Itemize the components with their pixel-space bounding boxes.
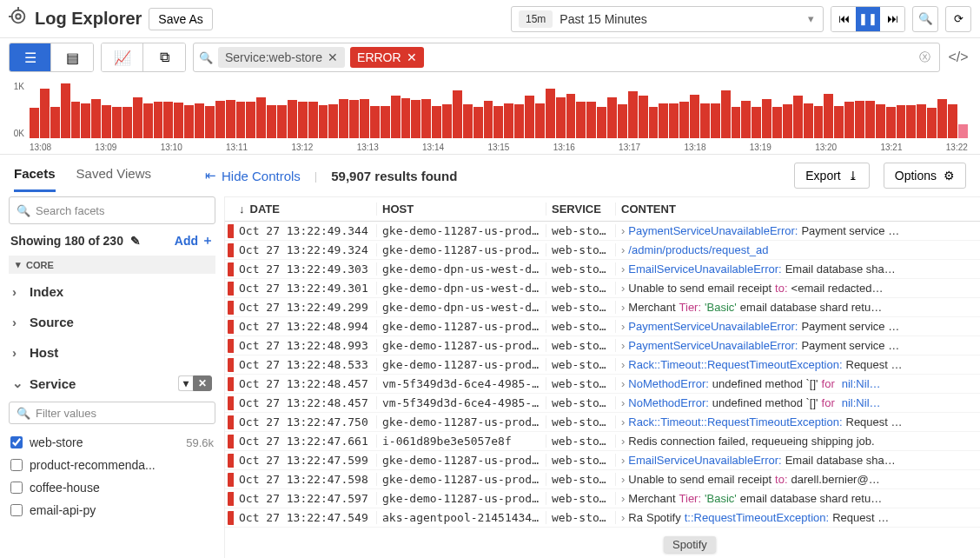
service-checkbox[interactable] — [10, 459, 23, 471]
histogram-bar[interactable] — [339, 99, 348, 139]
histogram-bar[interactable] — [442, 104, 452, 138]
histogram-bar[interactable] — [411, 100, 420, 138]
histogram-bar[interactable] — [762, 99, 771, 139]
column-header-service[interactable]: SERVICE — [546, 203, 616, 216]
service-row[interactable]: web-store59.6k — [9, 431, 215, 454]
histogram-bar[interactable] — [700, 103, 710, 138]
histogram-bar[interactable] — [917, 104, 926, 138]
histogram-bar[interactable] — [122, 107, 132, 138]
service-checkbox[interactable] — [10, 482, 23, 494]
chart-view-button[interactable]: 📈 — [102, 43, 143, 71]
histogram-bar[interactable] — [391, 96, 401, 138]
histogram-bar[interactable] — [793, 96, 803, 138]
forward-button[interactable]: ⏭ — [880, 7, 904, 31]
table-row[interactable]: Oct 27 13:22:47.598gke-demo-11287-us-pro… — [225, 470, 980, 489]
histogram-bar[interactable] — [886, 107, 896, 138]
histogram-bar[interactable] — [288, 100, 297, 138]
histogram-chart[interactable]: 1K 0K 13:0813:0913:1013:1113:1213:1313:1… — [0, 76, 980, 155]
histogram-bar[interactable] — [453, 90, 462, 138]
histogram-bar[interactable] — [659, 103, 668, 138]
histogram-bar[interactable] — [906, 105, 916, 138]
histogram-bar[interactable] — [308, 102, 318, 138]
table-row[interactable]: Oct 27 13:22:49.301gke-demo-dpn-us-west-… — [225, 279, 980, 298]
histogram-bar[interactable] — [349, 100, 359, 138]
table-row[interactable]: Oct 27 13:22:48.533gke-demo-11287-us-pro… — [225, 355, 980, 375]
histogram-bar[interactable] — [277, 105, 287, 138]
histogram-bar[interactable] — [844, 102, 854, 138]
table-row[interactable]: Oct 27 13:22:48.457vm-5f349d3d-6ce4-4985… — [225, 394, 980, 413]
save-as-button[interactable]: Save As — [149, 8, 212, 30]
histogram-bar[interactable] — [360, 99, 369, 139]
histogram-bar[interactable] — [30, 108, 39, 138]
facet-service[interactable]: ⌄ Service ▾ ✕ — [9, 370, 215, 396]
histogram-bar[interactable] — [328, 104, 338, 138]
table-row[interactable]: Oct 27 13:22:49.344gke-demo-11287-us-pro… — [225, 222, 980, 241]
pause-button[interactable]: ❚❚ — [856, 7, 880, 31]
expand-icon[interactable]: › — [621, 473, 625, 486]
expand-icon[interactable]: › — [621, 301, 625, 314]
refresh-button[interactable]: ⟳ — [945, 6, 971, 32]
histogram-bar[interactable] — [401, 98, 411, 138]
histogram-bar[interactable] — [628, 91, 638, 138]
column-header-date[interactable]: ↓DATE — [234, 203, 377, 216]
export-button[interactable]: Export ⤓ — [794, 163, 869, 189]
histogram-bar[interactable] — [679, 102, 689, 138]
histogram-bar[interactable] — [752, 107, 761, 138]
expand-icon[interactable]: › — [621, 377, 625, 390]
tab-saved-views[interactable]: Saved Views — [76, 159, 151, 192]
histogram-bar[interactable] — [649, 107, 659, 138]
histogram-bar[interactable] — [256, 97, 266, 138]
histogram-bar[interactable] — [876, 104, 885, 138]
histogram-bar[interactable] — [525, 96, 534, 138]
histogram-bar[interactable] — [566, 94, 576, 138]
rewind-button[interactable]: ⏮ — [831, 7, 856, 31]
histogram-bar[interactable] — [133, 97, 142, 138]
histogram-bar[interactable] — [535, 103, 545, 138]
histogram-bar[interactable] — [514, 104, 524, 138]
histogram-bar[interactable] — [865, 101, 875, 138]
histogram-bar[interactable] — [546, 89, 555, 138]
histogram-bar[interactable] — [927, 108, 937, 138]
filter-chip-error[interactable]: ERROR ✕ — [350, 47, 424, 68]
histogram-bar[interactable] — [690, 95, 699, 138]
histogram-bar[interactable] — [91, 99, 101, 139]
histogram-bar[interactable] — [40, 89, 50, 138]
histogram-bar[interactable] — [370, 106, 380, 138]
time-range-picker[interactable]: 15m Past 15 Minutes ▾ — [511, 6, 824, 32]
expand-icon[interactable]: › — [621, 396, 625, 409]
expand-icon[interactable]: › — [621, 415, 625, 428]
filter-icon[interactable]: ▾ — [178, 375, 193, 391]
table-row[interactable]: Oct 27 13:22:49.303gke-demo-dpn-us-west-… — [225, 260, 980, 279]
expand-icon[interactable]: › — [621, 339, 625, 352]
histogram-bar[interactable] — [834, 106, 844, 138]
search-button[interactable]: 🔍 — [912, 6, 938, 32]
detail-view-button[interactable]: ⧉ — [143, 43, 185, 71]
search-query-area[interactable]: 🔍 Service:web-store ✕ ERROR ✕ ⓧ — [193, 43, 940, 72]
expand-icon[interactable]: › — [621, 511, 625, 524]
histogram-bar[interactable] — [576, 102, 586, 138]
histogram-bar[interactable] — [948, 104, 957, 138]
histogram-bar[interactable] — [855, 101, 864, 138]
facet-search-input[interactable]: 🔍 Search facets — [9, 196, 215, 224]
grid-view-button[interactable]: ▤ — [51, 43, 93, 71]
histogram-bar[interactable] — [381, 106, 390, 138]
expand-icon[interactable]: › — [621, 224, 625, 237]
histogram-bar[interactable] — [298, 102, 308, 138]
histogram-bar[interactable] — [607, 97, 617, 138]
table-row[interactable]: Oct 27 13:22:47.661i-061d89be3e5057e8fwe… — [225, 432, 980, 451]
table-row[interactable]: Oct 27 13:22:47.549aks-agentpool-2145143… — [225, 508, 980, 528]
histogram-bar[interactable] — [163, 102, 173, 138]
table-row[interactable]: Oct 27 13:22:47.597gke-demo-11287-us-pro… — [225, 489, 980, 508]
histogram-bar[interactable] — [246, 102, 255, 138]
histogram-bar[interactable] — [215, 101, 225, 138]
filter-values-input[interactable]: 🔍 Filter values — [9, 402, 215, 424]
service-row[interactable]: email-api-py — [9, 499, 215, 521]
edit-icon[interactable]: ✎ — [130, 234, 141, 248]
clear-all-filters-icon[interactable]: ⓧ — [916, 50, 934, 65]
histogram-bar[interactable] — [226, 100, 235, 138]
histogram-bar[interactable] — [319, 105, 328, 138]
histogram-bar[interactable] — [597, 107, 606, 138]
chip-remove-icon[interactable]: ✕ — [407, 50, 417, 64]
expand-icon[interactable]: › — [621, 243, 625, 256]
facet-index[interactable]: ›Index — [9, 279, 215, 304]
